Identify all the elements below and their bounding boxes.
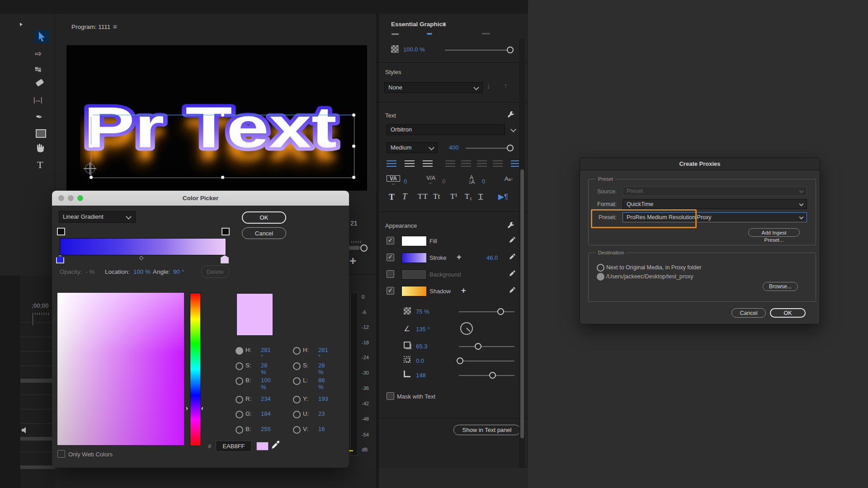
custom-path-radio[interactable] [597,273,604,281]
all-caps-icon[interactable]: TT [418,192,428,201]
v-radio[interactable] [293,426,301,434]
g-value[interactable]: 184 [261,410,271,417]
b-radio[interactable] [236,377,243,385]
b-value[interactable]: 100 % [261,377,271,390]
faux-bold-icon[interactable]: T [389,192,395,202]
stroke-width-value[interactable]: 46.0 [486,254,498,261]
hue-strip[interactable] [190,293,201,446]
proxies-titlebar[interactable]: Create Proxies [580,158,820,170]
timeline-timecode[interactable]: ;00;00 [32,303,49,309]
justify-all-icon[interactable] [493,160,503,167]
color-field[interactable] [57,293,184,445]
h-radio[interactable] [236,347,243,355]
handle-bm[interactable] [221,176,224,179]
cancel-button[interactable]: Cancel [242,227,286,239]
shadow-size-slider[interactable] [459,361,514,361]
fill-checkbox[interactable]: ✓ [387,237,394,244]
y-value[interactable]: 193 [318,395,328,402]
eg-scrollbar-thumb[interactable] [520,169,524,438]
eyedropper-icon[interactable] [271,440,279,449]
type-tool-icon[interactable]: T [37,159,43,171]
zoom-scrollbar[interactable] [348,246,360,250]
panel-menu-icon[interactable]: ≡ [442,20,446,28]
leading-value[interactable]: 0 [482,178,485,185]
u-radio[interactable] [293,411,301,418]
fill-swatch[interactable] [401,236,427,246]
justify-last-center-icon[interactable] [461,160,471,167]
r-radio[interactable] [236,396,243,404]
gradient-stop-bottom-left[interactable] [56,255,64,263]
paragraph-direction-icon[interactable]: ▶¶ [498,192,508,202]
track-select-forward-icon[interactable]: ⇨ [35,49,42,59]
gradient-angle-value[interactable]: 90 ° [173,268,184,275]
shadow-checkbox[interactable]: ✓ [387,287,394,295]
zoom-window-icon[interactable] [77,195,83,201]
delete-stop-button[interactable]: Delete [201,265,229,278]
handle-tm[interactable] [221,113,224,117]
mask-with-text-checkbox[interactable] [387,392,394,400]
layer-opacity-slider[interactable] [445,50,512,51]
shadow-opacity-slider[interactable] [459,311,514,312]
handle-mr[interactable] [352,145,355,148]
s2-value[interactable]: 28 % [318,362,325,375]
shadow-opacity-value[interactable]: 75 % [416,308,429,315]
handle-bl[interactable] [90,176,93,179]
justify-last-left-icon[interactable] [445,160,455,167]
wrench-icon[interactable] [507,221,514,229]
font-size-slider[interactable] [466,148,511,149]
gradient-midpoint-icon[interactable]: ◇ [139,254,143,261]
s-radio[interactable] [236,362,243,370]
shadow-size-knob[interactable] [457,357,463,364]
hue-marker-left-icon[interactable]: › [186,404,188,412]
superscript-icon[interactable]: T¹ [450,192,457,201]
eyedropper-icon[interactable] [509,286,516,293]
gradient-stop-top-right[interactable] [222,228,230,235]
h2-radio[interactable] [293,347,301,355]
h2-value[interactable]: 281 ° [318,347,328,360]
stroke-swatch[interactable] [401,253,427,263]
only-web-colors-checkbox[interactable] [57,450,65,458]
eyedropper-icon[interactable] [509,253,516,260]
show-in-text-panel-button[interactable]: Show in Text panel [453,425,520,435]
y-radio[interactable] [293,396,301,404]
handle-tr[interactable] [352,113,355,117]
font-family-dropdown[interactable]: Orbitron [387,124,505,135]
align-right-icon[interactable] [423,160,433,167]
wrench-icon[interactable] [507,111,514,118]
font-size-knob[interactable] [507,145,514,151]
proxies-cancel-button[interactable]: Cancel [731,308,766,318]
zoom-scrollbar-knob[interactable] [360,244,368,252]
underline-icon[interactable]: T [478,192,483,201]
faux-italic-icon[interactable]: T [402,192,407,202]
kerning-value[interactable]: 0 [442,178,445,185]
styles-dropdown[interactable]: None [384,82,483,93]
ripple-edit-icon[interactable]: ↹ [35,65,41,74]
gradient-type-dropdown[interactable]: Linear Gradient [59,211,136,223]
handle-ml[interactable] [90,145,93,148]
pen-icon[interactable]: ✒ [35,112,43,122]
add-track-plus[interactable]: + [349,254,356,268]
panel-collapse-arrow[interactable] [20,23,23,26]
rectangle-icon[interactable] [36,129,46,138]
eyedropper-icon[interactable] [509,270,516,277]
subscript-icon[interactable]: T₁ [465,192,472,201]
shadow-distance-value[interactable]: 65.3 [416,343,427,350]
shadow-distance-knob[interactable] [475,343,481,350]
selection-tool[interactable] [34,30,50,43]
shadow-swatch[interactable] [401,286,427,296]
small-caps-icon[interactable]: Tt [433,192,440,201]
add-shadow-plus[interactable]: + [461,286,466,296]
eyedropper-icon[interactable] [509,236,516,243]
hand-icon[interactable] [36,144,45,154]
handle-tl[interactable] [90,113,93,117]
add-ingest-preset-button[interactable]: Add Ingest Preset... [748,228,800,237]
background-checkbox[interactable] [387,270,394,278]
hex-input[interactable] [216,441,252,452]
panel-menu-icon[interactable]: ≡ [113,23,117,30]
u-value[interactable]: 23 [318,410,325,417]
v-value[interactable]: 16 [318,426,325,432]
layer-opacity-value[interactable]: 100.0 % [403,46,425,53]
s-value[interactable]: 28 % [261,362,267,375]
tracking-value[interactable]: 0 [404,178,407,185]
h-value[interactable]: 281 ° [261,347,271,360]
